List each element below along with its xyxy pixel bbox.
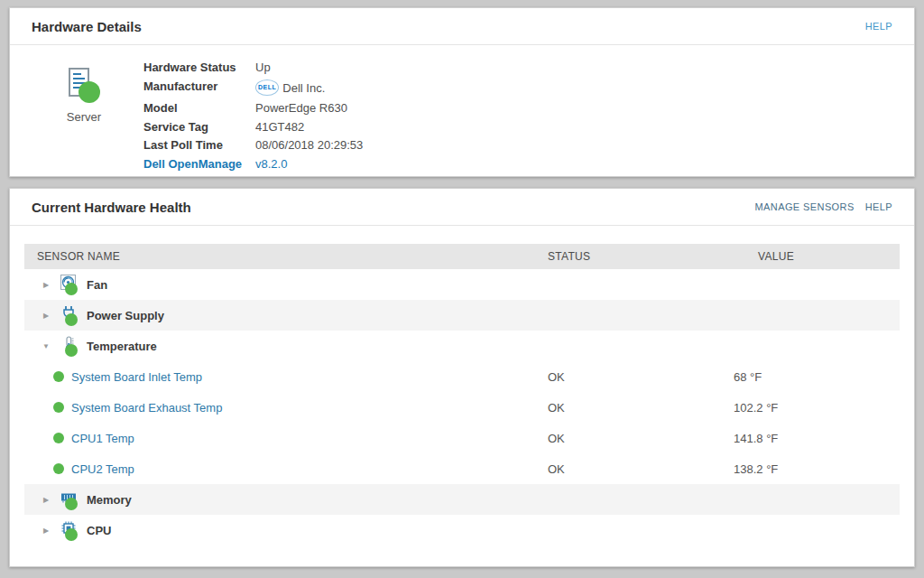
status-up-icon	[65, 283, 78, 295]
field-dell-openmanage: Dell OpenManage v8.2.0	[136, 158, 363, 171]
hardware-status-value: Up	[255, 61, 271, 74]
sensor-status: OK	[548, 401, 734, 415]
category-row-memory[interactable]: ▶ Memory	[24, 484, 900, 515]
panel-title: Hardware Details	[32, 19, 142, 34]
field-hardware-status: Hardware Status Up	[136, 61, 363, 74]
category-row-cpu[interactable]: ▶ CPU	[24, 515, 900, 545]
server-icon	[66, 67, 102, 107]
dell-openmanage-link[interactable]: Dell OpenManage	[136, 158, 255, 171]
expander-collapsed-icon[interactable]: ▶	[37, 496, 55, 504]
field-last-poll-time: Last Poll Time 08/06/2018 20:29:53	[136, 139, 363, 152]
manage-sensors-link[interactable]: MANAGE SENSORS	[755, 201, 855, 212]
sensor-status: OK	[548, 462, 734, 476]
category-row-temperature[interactable]: ▼ Temperature	[24, 331, 900, 361]
temperature-icon	[60, 336, 79, 356]
status-ok-icon	[53, 402, 64, 413]
expander-expanded-icon[interactable]: ▼	[37, 342, 55, 350]
expander-collapsed-icon[interactable]: ▶	[37, 527, 55, 535]
hardware-details-header: Hardware Details HELP	[10, 8, 914, 45]
node-label: Server	[67, 110, 101, 124]
sensor-status: OK	[548, 370, 734, 384]
field-service-tag: Service Tag 41GT482	[136, 121, 363, 134]
expander-collapsed-icon[interactable]: ▶	[37, 312, 55, 320]
status-up-icon	[79, 81, 100, 103]
sensor-value: 141.8 °F	[734, 432, 900, 445]
field-manufacturer: Manufacturer DELL Dell Inc.	[136, 80, 363, 97]
sensor-value: 68 °F	[734, 370, 900, 384]
status-ok-icon	[53, 433, 64, 443]
sensors-table-header: SENSOR NAME STATUS VALUE	[24, 244, 900, 269]
category-row-fan[interactable]: ▶ Fan	[24, 269, 900, 300]
sensor-value: 138.2 °F	[734, 462, 900, 476]
column-status: STATUS	[548, 250, 734, 263]
sensor-row: CPU1 Temp OK 141.8 °F	[24, 423, 900, 453]
category-label: Fan	[87, 278, 107, 292]
dell-logo-icon: DELL	[255, 79, 279, 96]
category-label: CPU	[87, 524, 111, 537]
sensor-link[interactable]: System Board Inlet Temp	[71, 370, 202, 384]
sensor-value: 102.2 °F	[734, 401, 900, 415]
panel-title: Current Hardware Health	[32, 200, 191, 215]
manufacturer-value: Dell Inc.	[282, 82, 325, 95]
column-sensor-name: SENSOR NAME	[24, 250, 548, 263]
service-tag-value: 41GT482	[255, 121, 304, 134]
status-up-icon	[65, 528, 78, 541]
node-block: Server	[32, 54, 136, 176]
status-up-icon	[65, 498, 78, 510]
help-link[interactable]: HELP	[865, 21, 892, 32]
status-ok-icon	[53, 371, 64, 382]
hardware-details-panel: Hardware Details HELP Server Hardware St…	[9, 7, 915, 177]
sensors-table: SENSOR NAME STATUS VALUE ▶	[24, 244, 900, 545]
fan-icon	[60, 275, 79, 294]
column-value: VALUE	[734, 250, 900, 263]
category-label: Temperature	[87, 340, 157, 353]
last-poll-time-value: 08/06/2018 20:29:53	[255, 139, 363, 152]
help-link[interactable]: HELP	[865, 201, 892, 212]
status-up-icon	[65, 344, 78, 357]
sensor-row: CPU2 Temp OK 138.2 °F	[24, 453, 900, 484]
sensor-row: System Board Inlet Temp OK 68 °F	[24, 361, 900, 392]
sensor-link[interactable]: System Board Exhaust Temp	[71, 401, 222, 415]
status-up-icon	[65, 313, 78, 326]
hardware-details-fields: Hardware Status Up Manufacturer DELL Del…	[136, 54, 363, 176]
hardware-health-panel: Current Hardware Health MANAGE SENSORS H…	[9, 188, 915, 567]
status-ok-icon	[53, 463, 64, 474]
cpu-icon	[60, 520, 79, 540]
field-model: Model PowerEdge R630	[136, 102, 363, 115]
category-label: Power Supply	[87, 309, 164, 322]
sensor-row: System Board Exhaust Temp OK 102.2 °F	[24, 392, 900, 423]
sensor-link[interactable]: CPU2 Temp	[71, 462, 134, 476]
category-row-power-supply[interactable]: ▶ Power Supply	[24, 300, 900, 331]
memory-icon	[60, 489, 79, 509]
sensor-status: OK	[548, 432, 734, 445]
model-value: PowerEdge R630	[255, 102, 347, 115]
sensor-link[interactable]: CPU1 Temp	[71, 432, 134, 445]
openmanage-version-link[interactable]: v8.2.0	[255, 158, 287, 171]
hardware-health-header: Current Hardware Health MANAGE SENSORS H…	[10, 189, 914, 226]
power-supply-icon	[60, 305, 79, 325]
category-label: Memory	[87, 493, 132, 507]
expander-collapsed-icon[interactable]: ▶	[37, 281, 55, 289]
